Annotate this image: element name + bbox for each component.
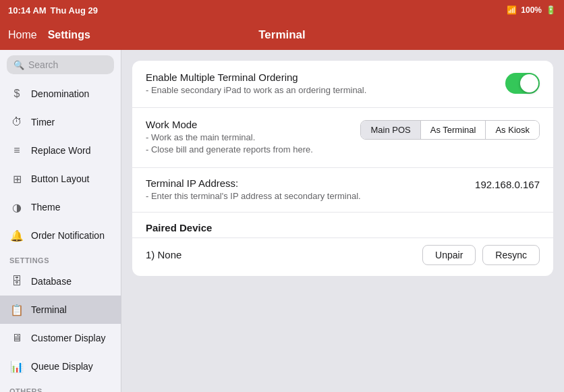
sidebar-item-order-notification-label: Order Notification bbox=[31, 230, 105, 241]
sidebar-item-customer-display-label: Customer Display bbox=[31, 333, 105, 343]
paired-device-name: 1) None bbox=[146, 249, 181, 260]
sidebar-item-terminal[interactable]: 📋 Terminal bbox=[0, 296, 121, 324]
sidebar-item-denomination-label: Denomination bbox=[31, 88, 89, 99]
enable-multiple-ordering-row: Enable Multiple Terminal Ordering - Enab… bbox=[132, 61, 553, 108]
status-bar-left: 10:14 AM Thu Aug 29 bbox=[8, 5, 98, 16]
terminal-ip-text: Terminal IP Address: - Enter this termin… bbox=[146, 177, 361, 202]
sidebar-item-timer[interactable]: ⏱ Timer bbox=[0, 108, 121, 136]
main-layout: 🔍 Search $ Denomination ⏱ Timer ≡ Replac… bbox=[0, 50, 564, 392]
seg-main-pos[interactable]: Main POS bbox=[361, 121, 420, 139]
work-mode-title: Work Mode bbox=[146, 119, 313, 130]
others-section-label: OTHERS bbox=[0, 381, 121, 392]
wifi-icon: 📶 bbox=[507, 5, 517, 15]
seg-as-kiosk[interactable]: As Kiosk bbox=[486, 121, 539, 139]
button-layout-icon: ⊞ bbox=[9, 171, 24, 186]
queue-display-icon: 📊 bbox=[9, 359, 24, 374]
sidebar-item-button-layout[interactable]: ⊞ Button Layout bbox=[0, 165, 121, 193]
order-notification-icon: 🔔 bbox=[9, 228, 24, 243]
status-bar: 10:14 AM Thu Aug 29 📶 100% 🔋 bbox=[0, 0, 564, 20]
enable-multiple-ordering-toggle[interactable] bbox=[505, 73, 540, 94]
work-mode-text: Work Mode - Work as the main terminal. -… bbox=[146, 119, 313, 156]
sidebar: 🔍 Search $ Denomination ⏱ Timer ≡ Replac… bbox=[0, 50, 121, 392]
sidebar-item-customer-display[interactable]: 🖥 Customer Display bbox=[0, 324, 121, 352]
work-mode-desc1: - Work as the main terminal. bbox=[146, 132, 313, 144]
work-mode-desc2: - Close bill and generate reports from h… bbox=[146, 144, 313, 156]
sidebar-item-button-layout-label: Button Layout bbox=[31, 173, 89, 184]
battery-level: 100% bbox=[521, 5, 542, 15]
status-bar-right: 📶 100% 🔋 bbox=[507, 5, 556, 15]
content-area: Enable Multiple Terminal Ordering - Enab… bbox=[121, 50, 564, 392]
paired-device-title: Paired Device bbox=[146, 222, 540, 233]
status-date: Thu Aug 29 bbox=[51, 5, 98, 16]
enable-multiple-ordering-text: Enable Multiple Terminal Ordering - Enab… bbox=[146, 72, 366, 96]
title-bar: Home Settings Terminal bbox=[0, 20, 564, 50]
status-time: 10:14 AM bbox=[8, 5, 47, 16]
sidebar-item-denomination[interactable]: $ Denomination bbox=[0, 80, 121, 108]
nav-area: Home Settings bbox=[0, 29, 121, 41]
search-bar[interactable]: 🔍 Search bbox=[7, 55, 114, 74]
home-nav-button[interactable]: Home bbox=[8, 29, 37, 41]
timer-icon: ⏱ bbox=[9, 115, 24, 130]
sidebar-item-timer-label: Timer bbox=[31, 117, 55, 128]
sidebar-item-order-notification[interactable]: 🔔 Order Notification bbox=[0, 221, 121, 250]
seg-as-terminal[interactable]: As Terminal bbox=[421, 121, 486, 139]
enable-multiple-ordering-title: Enable Multiple Terminal Ordering bbox=[146, 72, 366, 83]
settings-card: Enable Multiple Terminal Ordering - Enab… bbox=[132, 61, 553, 276]
sidebar-item-replace-word[interactable]: ≡ Replace Word bbox=[0, 136, 121, 165]
page-title: Terminal bbox=[121, 28, 443, 42]
paired-device-actions: Unpair Resync bbox=[422, 245, 540, 265]
database-icon: 🗄 bbox=[9, 274, 24, 289]
search-icon: 🔍 bbox=[13, 60, 24, 70]
terminal-ip-row: Terminal IP Address: - Enter this termin… bbox=[132, 168, 553, 213]
denomination-icon: $ bbox=[9, 86, 24, 101]
sidebar-item-replace-word-label: Replace Word bbox=[31, 145, 90, 156]
paired-device-row: 1) None Unpair Resync bbox=[132, 238, 553, 276]
enable-multiple-ordering-desc: - Enable secondary iPad to work as an or… bbox=[146, 84, 366, 96]
sidebar-item-theme-label: Theme bbox=[31, 202, 61, 213]
paired-device-section: Paired Device bbox=[132, 213, 553, 238]
sidebar-item-database[interactable]: 🗄 Database bbox=[0, 267, 121, 296]
sidebar-item-terminal-label: Terminal bbox=[31, 304, 67, 315]
work-mode-row: Work Mode - Work as the main terminal. -… bbox=[132, 108, 553, 167]
theme-icon: ◑ bbox=[9, 200, 24, 215]
sidebar-item-theme[interactable]: ◑ Theme bbox=[0, 193, 121, 221]
customer-display-icon: 🖥 bbox=[9, 331, 24, 345]
settings-section-label: SETTINGS bbox=[0, 250, 121, 267]
search-input[interactable]: Search bbox=[28, 59, 58, 70]
toggle-knob bbox=[520, 74, 538, 92]
sidebar-item-database-label: Database bbox=[31, 276, 72, 287]
terminal-icon: 📋 bbox=[9, 302, 24, 317]
unpair-button[interactable]: Unpair bbox=[422, 245, 476, 265]
terminal-ip-desc: - Enter this terminal's IP address at se… bbox=[146, 190, 361, 202]
settings-nav-button[interactable]: Settings bbox=[48, 29, 90, 41]
replace-word-icon: ≡ bbox=[9, 143, 24, 158]
resync-button[interactable]: Resync bbox=[482, 245, 540, 265]
battery-icon: 🔋 bbox=[546, 5, 556, 15]
terminal-ip-title: Terminal IP Address: bbox=[146, 177, 361, 189]
sidebar-item-queue-display[interactable]: 📊 Queue Display bbox=[0, 352, 121, 381]
work-mode-segmented-control: Main POS As Terminal As Kiosk bbox=[360, 120, 540, 140]
sidebar-item-queue-display-label: Queue Display bbox=[31, 361, 93, 372]
terminal-ip-value: 192.168.0.167 bbox=[475, 179, 540, 190]
